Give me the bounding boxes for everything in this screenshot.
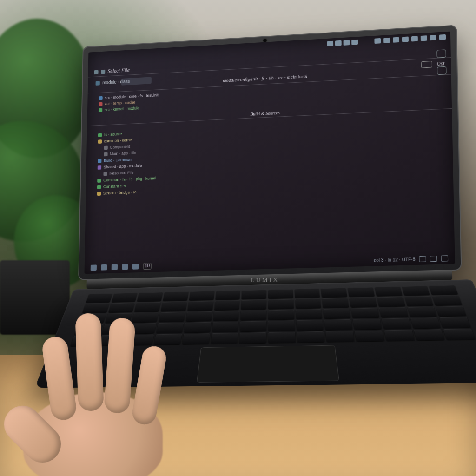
tray-icon[interactable] <box>335 40 342 46</box>
tree-item[interactable]: Stream · bridge · rc <box>97 189 156 196</box>
key[interactable] <box>443 329 476 340</box>
key[interactable] <box>268 289 293 298</box>
tray-icon[interactable] <box>402 36 409 42</box>
key[interactable] <box>440 317 471 328</box>
tray-icon[interactable] <box>374 38 381 44</box>
taskbar-icon[interactable] <box>101 264 107 271</box>
tray-icon[interactable] <box>421 35 427 41</box>
key[interactable] <box>384 330 414 341</box>
key[interactable] <box>321 288 347 298</box>
key[interactable] <box>129 323 156 333</box>
key[interactable] <box>432 296 462 306</box>
key[interactable] <box>86 293 112 303</box>
tray-icon[interactable] <box>344 40 350 46</box>
key[interactable] <box>350 298 377 307</box>
line-ending-icon[interactable] <box>430 256 437 262</box>
key[interactable] <box>187 301 213 311</box>
key[interactable] <box>74 324 103 335</box>
tree-item[interactable]: Main · app · file <box>104 150 157 156</box>
key[interactable] <box>377 297 405 306</box>
key[interactable] <box>324 319 352 330</box>
key[interactable] <box>268 332 295 343</box>
tree-item[interactable]: Constant Set <box>97 183 156 189</box>
key[interactable] <box>296 320 324 331</box>
key[interactable] <box>382 318 411 329</box>
tree-item[interactable]: Component <box>104 143 157 150</box>
key[interactable] <box>268 299 294 309</box>
tray-icon[interactable] <box>351 40 358 45</box>
key[interactable] <box>414 329 445 340</box>
key[interactable] <box>214 300 240 310</box>
key[interactable] <box>161 302 187 311</box>
key[interactable] <box>323 309 350 319</box>
key[interactable] <box>268 321 295 331</box>
key[interactable] <box>154 334 182 345</box>
key[interactable] <box>240 321 266 332</box>
tray-icon[interactable] <box>430 35 436 40</box>
key[interactable] <box>353 319 382 330</box>
key[interactable] <box>410 318 441 329</box>
taskbar-icon[interactable] <box>91 264 97 271</box>
back-icon[interactable] <box>94 70 98 74</box>
key[interactable] <box>296 309 322 319</box>
key[interactable] <box>215 291 240 300</box>
key[interactable] <box>137 292 163 302</box>
encoding-icon[interactable] <box>419 256 426 262</box>
tab-action-label[interactable]: Opt <box>437 61 444 66</box>
key[interactable] <box>184 322 211 333</box>
key[interactable] <box>436 306 467 316</box>
tray-icon[interactable] <box>439 34 446 40</box>
key[interactable] <box>101 324 129 334</box>
keyboard[interactable] <box>70 285 475 346</box>
key[interactable] <box>163 291 189 301</box>
settings-icon[interactable] <box>437 66 447 75</box>
key[interactable] <box>297 331 325 343</box>
key[interactable] <box>70 336 99 346</box>
key[interactable] <box>241 300 266 310</box>
tree-item[interactable]: common · kernel <box>98 137 157 144</box>
taskbar-icon[interactable] <box>122 264 128 270</box>
key[interactable] <box>348 287 375 297</box>
tray-icon[interactable] <box>411 36 418 41</box>
notifications-icon[interactable] <box>441 255 448 261</box>
key[interactable] <box>212 322 238 332</box>
key[interactable] <box>185 311 212 322</box>
taskbar-icon[interactable] <box>112 264 118 270</box>
key[interactable] <box>407 307 437 317</box>
key[interactable] <box>404 296 433 306</box>
key[interactable] <box>351 308 379 318</box>
key[interactable] <box>126 335 154 345</box>
sync-icon[interactable] <box>436 49 446 58</box>
key[interactable] <box>189 291 214 300</box>
key[interactable] <box>242 290 266 299</box>
key[interactable] <box>402 286 430 296</box>
key[interactable] <box>213 311 239 321</box>
tree-item[interactable]: Resource File <box>103 169 156 176</box>
key[interactable] <box>132 312 159 323</box>
tray-icon[interactable] <box>393 37 399 43</box>
key[interactable] <box>82 304 109 313</box>
editor-tab[interactable]: module · class <box>96 79 130 86</box>
key[interactable] <box>240 310 266 320</box>
tree-item[interactable]: fs · source <box>98 130 157 137</box>
key[interactable] <box>134 302 161 312</box>
trackpad[interactable] <box>197 345 339 383</box>
key[interactable] <box>379 307 408 317</box>
key[interactable] <box>98 335 127 346</box>
key[interactable] <box>268 310 294 320</box>
tree-item[interactable]: src · kernel · module <box>99 105 159 112</box>
key[interactable] <box>375 286 402 296</box>
key[interactable] <box>105 313 132 324</box>
key[interactable] <box>355 331 384 342</box>
taskbar-icon[interactable] <box>132 264 139 270</box>
tray-icon[interactable] <box>383 38 390 43</box>
key[interactable] <box>159 312 185 322</box>
key[interactable] <box>294 289 320 298</box>
toggle-icon[interactable] <box>421 61 432 68</box>
tree-item[interactable]: Build · Common <box>98 156 157 163</box>
key[interactable] <box>322 298 349 308</box>
key[interactable] <box>112 293 138 302</box>
tree-item[interactable]: Common · fs · lib · pkg · kernel <box>97 176 156 182</box>
key[interactable] <box>429 285 458 295</box>
key[interactable] <box>182 333 210 344</box>
